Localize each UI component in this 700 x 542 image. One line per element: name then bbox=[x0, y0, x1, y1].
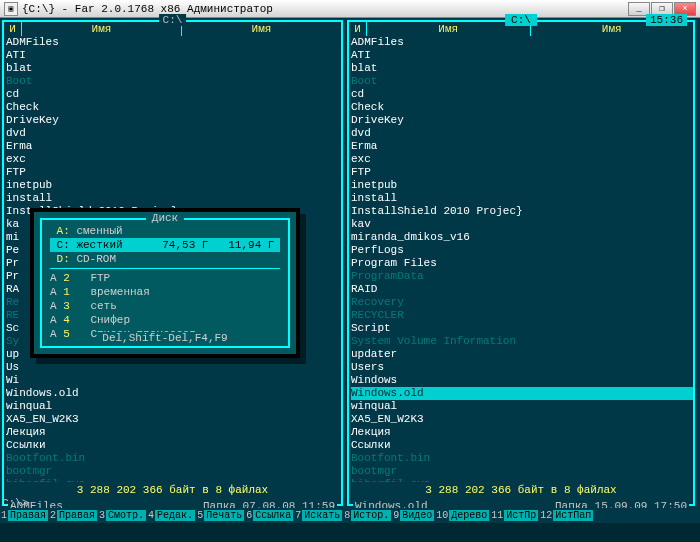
right-panel-summary: 3 288 202 366 байт в 8 файлах bbox=[349, 484, 693, 496]
file-row[interactable]: blat bbox=[351, 62, 693, 75]
plugin-shortcut[interactable]: A 4 Снифер bbox=[50, 313, 280, 327]
file-row[interactable]: install bbox=[6, 192, 341, 205]
plugin-shortcut-list[interactable]: A 2 FTPA 1 временнаяA 3 сетьA 4 СниферA … bbox=[50, 271, 280, 341]
file-row[interactable]: RAID bbox=[351, 283, 693, 296]
plugin-shortcut[interactable]: A 2 FTP bbox=[50, 271, 280, 285]
keybar-item[interactable]: 5Печать bbox=[196, 508, 245, 523]
plugin-shortcut[interactable]: A 1 временная bbox=[50, 285, 280, 299]
file-row[interactable]: bootmgr bbox=[351, 465, 693, 478]
file-row[interactable]: ATI bbox=[351, 49, 693, 62]
file-row[interactable]: Recovery bbox=[351, 296, 693, 309]
file-row[interactable]: RECYCLER bbox=[351, 309, 693, 322]
file-row[interactable]: exc bbox=[351, 153, 693, 166]
function-keybar[interactable]: 1Правая2Правая3Смотр.4Редак.5Печать6Ссыл… bbox=[0, 508, 700, 523]
drive-list[interactable]: A: сменный C: жесткий 74,53 Г 11,94 Г D:… bbox=[50, 224, 280, 266]
file-row[interactable]: Wi bbox=[6, 374, 341, 387]
keybar-item[interactable]: 4Редак. bbox=[147, 508, 196, 523]
window-titlebar: ▣ {C:\} - Far 2.0.1768 x86 Администратор… bbox=[0, 0, 700, 18]
keybar-item[interactable]: 10Дерево bbox=[435, 508, 490, 523]
file-row[interactable]: FTP bbox=[351, 166, 693, 179]
clock: 15:36 bbox=[646, 14, 687, 26]
keybar-item[interactable]: 7Искать bbox=[294, 508, 343, 523]
file-row[interactable]: kav bbox=[351, 218, 693, 231]
file-row[interactable]: updater bbox=[351, 348, 693, 361]
file-row[interactable]: Erma bbox=[6, 140, 341, 153]
file-row[interactable]: cd bbox=[6, 88, 341, 101]
file-row[interactable]: inetpub bbox=[351, 179, 693, 192]
file-row[interactable]: PerfLogs bbox=[351, 244, 693, 257]
file-row[interactable]: Windows bbox=[351, 374, 693, 387]
keybar-item[interactable]: 12ИстПап bbox=[539, 508, 594, 523]
file-row[interactable]: ATI bbox=[6, 49, 341, 62]
file-row[interactable]: cd bbox=[351, 88, 693, 101]
file-row[interactable]: Users bbox=[351, 361, 693, 374]
file-row[interactable]: Ссылки bbox=[6, 439, 341, 452]
file-row[interactable]: ADMFiles bbox=[6, 36, 341, 49]
file-row[interactable]: Us bbox=[6, 361, 341, 374]
file-row[interactable]: Windows.old bbox=[6, 387, 341, 400]
file-row[interactable]: System Volume Information bbox=[351, 335, 693, 348]
file-row[interactable]: ProgramData bbox=[351, 270, 693, 283]
file-row[interactable]: ADMFiles bbox=[351, 36, 693, 49]
file-row[interactable]: Program Files bbox=[351, 257, 693, 270]
file-row[interactable]: Check bbox=[6, 101, 341, 114]
file-row[interactable]: Boot bbox=[351, 75, 693, 88]
file-row[interactable]: miranda_dmikos_v16 bbox=[351, 231, 693, 244]
keybar-item[interactable]: 2Правая bbox=[49, 508, 98, 523]
file-row[interactable]: Bootfont.bin bbox=[351, 452, 693, 465]
left-panel-summary: 3 288 202 366 байт в 8 файлах bbox=[4, 484, 341, 496]
file-row[interactable]: winqual bbox=[6, 400, 341, 413]
right-panel[interactable]: C:\ 15:36 И Имя Имя ADMFilesATIblatBootc… bbox=[347, 20, 695, 506]
file-row[interactable]: hiberfil.sys bbox=[6, 478, 341, 482]
file-row[interactable]: install bbox=[351, 192, 693, 205]
file-row[interactable]: DriveKey bbox=[6, 114, 341, 127]
file-row[interactable]: Лекция bbox=[351, 426, 693, 439]
file-row[interactable]: Check bbox=[351, 101, 693, 114]
drive-row[interactable]: C: жесткий 74,53 Г 11,94 Г bbox=[50, 238, 280, 252]
file-row[interactable]: Ссылки bbox=[351, 439, 693, 452]
right-panel-path[interactable]: C:\ bbox=[505, 14, 537, 26]
file-row[interactable]: Erma bbox=[351, 140, 693, 153]
left-panel-path[interactable]: C:\ bbox=[159, 14, 187, 26]
file-row[interactable]: dvd bbox=[351, 127, 693, 140]
keybar-item[interactable]: 9Видео bbox=[392, 508, 435, 523]
file-row[interactable]: XA5_EN_W2K3 bbox=[6, 413, 341, 426]
app-icon: ▣ bbox=[4, 2, 18, 16]
divider bbox=[50, 268, 280, 269]
file-row[interactable]: DriveKey bbox=[351, 114, 693, 127]
far-workspace: C:\ И Имя Имя ADMFilesATIblatBootcdCheck… bbox=[0, 18, 700, 523]
file-row[interactable]: Windows.old bbox=[351, 387, 693, 400]
keybar-item[interactable]: 8Истор. bbox=[343, 508, 392, 523]
drive-row[interactable]: D: CD-ROM bbox=[50, 252, 280, 266]
keybar-item[interactable]: 3Смотр. bbox=[98, 508, 147, 523]
file-row[interactable]: Лекция bbox=[6, 426, 341, 439]
file-row[interactable]: Bootfont.bin bbox=[6, 452, 341, 465]
file-row[interactable]: dvd bbox=[6, 127, 341, 140]
keybar-item[interactable]: 1Правая bbox=[0, 508, 49, 523]
file-row[interactable]: XA5_EN_W2K3 bbox=[351, 413, 693, 426]
keybar-item[interactable]: 11ИстПр bbox=[490, 508, 539, 523]
file-row[interactable]: bootmgr bbox=[6, 465, 341, 478]
file-row[interactable]: exc bbox=[6, 153, 341, 166]
plugin-shortcut[interactable]: A 3 сеть bbox=[50, 299, 280, 313]
dialog-title: Диск bbox=[50, 212, 280, 224]
file-row[interactable]: winqual bbox=[351, 400, 693, 413]
drive-select-dialog[interactable]: Диск A: сменный C: жесткий 74,53 Г 11,94… bbox=[30, 208, 300, 358]
window-title: {C:\} - Far 2.0.1768 x86 Администратор bbox=[22, 3, 627, 15]
file-row[interactable]: Boot bbox=[6, 75, 341, 88]
file-row[interactable]: hiberfil.sys bbox=[351, 478, 693, 482]
file-row[interactable]: blat bbox=[6, 62, 341, 75]
file-row[interactable]: Script bbox=[351, 322, 693, 335]
file-row[interactable]: inetpub bbox=[6, 179, 341, 192]
keybar-item[interactable]: 6Ссылка bbox=[245, 508, 294, 523]
right-file-list[interactable]: ADMFilesATIblatBootcdCheckDriveKeydvdErm… bbox=[349, 36, 693, 482]
drive-row[interactable]: A: сменный bbox=[50, 224, 280, 238]
file-row[interactable]: InstallShield 2010 Projec} bbox=[351, 205, 693, 218]
file-row[interactable]: FTP bbox=[6, 166, 341, 179]
